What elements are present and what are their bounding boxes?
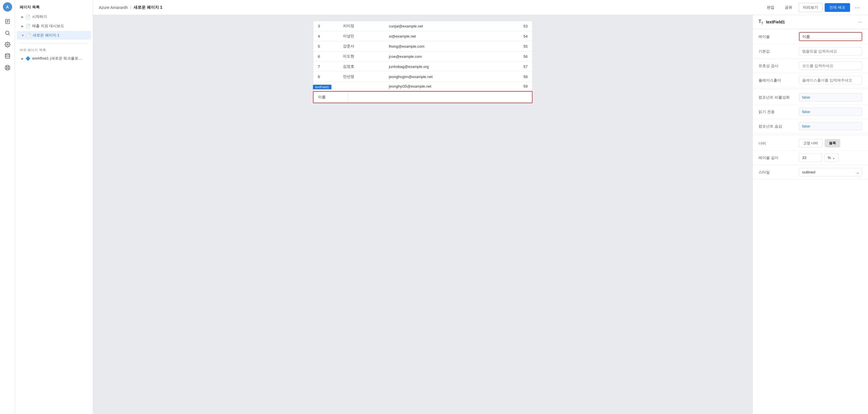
row-email: cunjai@example.net — [384, 21, 502, 31]
validation-input[interactable] — [799, 62, 862, 70]
hidden-value[interactable]: false — [799, 122, 862, 130]
row-name: 강준서 — [338, 41, 384, 52]
topbar: Azure Amaranth / 새로운 페이지 1 편집 공유 미리보기 전체… — [93, 0, 868, 15]
row-num: 8 — [313, 72, 338, 82]
textfield-input[interactable] — [348, 92, 532, 102]
table-row: 5 강준서 fhong@example.com 55 — [313, 41, 532, 52]
prop-label-placeholder: 플레이스홀더 — [758, 78, 799, 83]
sidebar-item-new-page[interactable]: ▼ 📄 새로운 페이지 1 — [17, 31, 91, 39]
edit-button[interactable]: 편집 — [763, 3, 778, 12]
sidebar-item-label: 새로운 페이지 1 — [33, 33, 59, 38]
prop-row-placeholder: 플레이스홀더 — [753, 73, 868, 88]
table-row: 7 김정호 junhobag@example.org 57 — [313, 62, 532, 72]
preview-button[interactable]: 미리보기 — [799, 3, 823, 12]
plugin-icon[interactable] — [2, 62, 13, 73]
settings-icon[interactable] — [2, 39, 13, 50]
fixed-width-button[interactable]: 고정 너비 — [799, 139, 823, 147]
default-val-input[interactable] — [799, 47, 862, 56]
main-area: Azure Amaranth / 새로운 페이지 1 편집 공유 미리보기 전체… — [93, 0, 868, 414]
row-name: 김정호 — [338, 62, 384, 72]
sidebar-sub-item-workflow1[interactable]: ▶ 🔷 workflow1 (새로운 워크플로... — [17, 54, 91, 63]
table-row: 8 안선영 jeonghogim@example.net 58 — [313, 72, 532, 82]
prop-label-disabled: 컴포넌트 비활성화 — [758, 95, 799, 100]
database-icon[interactable] — [2, 51, 13, 61]
prop-value-hidden[interactable]: false — [799, 122, 862, 130]
data-table: 3 지미정 cunjai@example.net 53 4 이성민 xi@exa… — [313, 21, 532, 91]
prop-row-default: 기본값 — [753, 44, 868, 59]
sidebar-header: 페이지 목록 — [15, 0, 93, 12]
prop-value-width: 고정 너비 블록 — [799, 139, 862, 147]
page-icon[interactable] — [2, 16, 13, 27]
chevron-right-icon: ▶ — [21, 57, 24, 60]
prop-row-validation: 유효성 검사 — [753, 59, 868, 73]
share-button[interactable]: 공유 — [781, 3, 796, 12]
row-email: junhobag@example.org — [384, 62, 502, 72]
prop-row-width: 너비 고정 너비 블록 — [753, 136, 868, 151]
style-select[interactable]: outlined filled standard — [799, 168, 862, 176]
svg-point-6 — [7, 44, 8, 46]
sidebar-item-start[interactable]: ▶ 📄 시작하기 — [17, 12, 91, 21]
prop-row-disabled: 컴포넌트 비활성화 false — [753, 90, 868, 105]
svg-point-7 — [5, 54, 9, 55]
row-email: jcoe@example.com — [384, 52, 502, 62]
breadcrumb-separator: / — [130, 5, 131, 10]
prop-value-default[interactable] — [799, 47, 862, 56]
sidebar-item-label: 시작하기 — [32, 14, 47, 19]
row-num: 7 — [313, 62, 338, 72]
sidebar-sub-item-label: workflow1 (새로운 워크플로... — [32, 56, 82, 61]
svg-point-9 — [6, 67, 8, 69]
deploy-button[interactable]: 전체 배포 — [825, 3, 850, 12]
svg-line-10 — [6, 66, 7, 67]
label-len-input[interactable] — [799, 153, 822, 162]
row-num-col: 54 — [502, 31, 532, 41]
panel-more-icon[interactable]: ⋯ — [858, 19, 862, 25]
prop-row-readonly: 읽기 전용 false — [753, 105, 868, 119]
placeholder-input[interactable] — [799, 76, 862, 84]
disabled-value[interactable]: false — [799, 93, 862, 101]
prop-value-placeholder[interactable] — [799, 76, 862, 84]
right-panel-header: TT textField1 ⋯ — [753, 15, 868, 29]
more-options-icon[interactable]: ⋯ — [852, 3, 862, 12]
row-email: xi@example.net — [384, 31, 502, 41]
file-icon: 📄 — [25, 24, 30, 28]
row-num: 4 — [313, 31, 338, 41]
chevron-down-icon: ⌄ — [832, 155, 835, 160]
row-name: 이도현 — [338, 52, 384, 62]
prop-value-disabled[interactable]: false — [799, 93, 862, 101]
label-len-unit-value: % — [828, 155, 831, 160]
breadcrumb: Azure Amaranth / 새로운 페이지 1 — [99, 5, 761, 10]
prop-row-style: 스타일 outlined filled standard — [753, 165, 868, 180]
prop-value-validation[interactable] — [799, 62, 862, 70]
label-len-unit-select[interactable]: % ⌄ — [825, 153, 839, 162]
row-num: 5 — [313, 41, 338, 52]
row-num-col: 53 — [502, 21, 532, 31]
row-name: 안선영 — [338, 72, 384, 82]
chevron-right-icon: ▶ — [21, 25, 24, 28]
block-width-button[interactable]: 블록 — [825, 139, 840, 147]
prop-value-style[interactable]: outlined filled standard — [799, 168, 862, 176]
prop-row-label-len: 레이블 길이 % ⌄ — [753, 151, 868, 165]
prop-row-hidden: 컴포넌트 숨김 false — [753, 119, 868, 134]
search-icon[interactable] — [2, 28, 13, 38]
svg-line-12 — [8, 66, 9, 67]
textfield-badge: textField1 — [313, 85, 332, 89]
row-num: 6 — [313, 52, 338, 62]
prop-label-default: 기본값 — [758, 49, 799, 54]
row-num-col: 55 — [502, 41, 532, 52]
topbar-actions: 편집 공유 미리보기 전체 배포 ⋯ — [763, 3, 862, 12]
svg-line-5 — [8, 34, 9, 35]
prop-value-readonly[interactable]: false — [799, 108, 862, 116]
canvas-area: 3 지미정 cunjai@example.net 53 4 이성민 xi@exa… — [93, 15, 752, 414]
svg-line-11 — [8, 68, 9, 69]
prop-label-validation: 유효성 검사 — [758, 63, 799, 68]
prop-row-label: 레이블 — [753, 29, 868, 44]
label-input[interactable] — [799, 32, 862, 41]
svg-line-13 — [6, 68, 7, 69]
textfield-component[interactable]: 이름 — [313, 91, 532, 103]
sidebar-item-label: 매출 지표 대시보드 — [32, 23, 64, 29]
readonly-value[interactable]: false — [799, 108, 862, 116]
sidebar-item-dashboard[interactable]: ▶ 📄 매출 지표 대시보드 — [17, 22, 91, 30]
row-num-col: 56 — [502, 52, 532, 62]
prop-value-label[interactable] — [799, 32, 862, 41]
workflow-icon: 🔷 — [25, 56, 30, 61]
